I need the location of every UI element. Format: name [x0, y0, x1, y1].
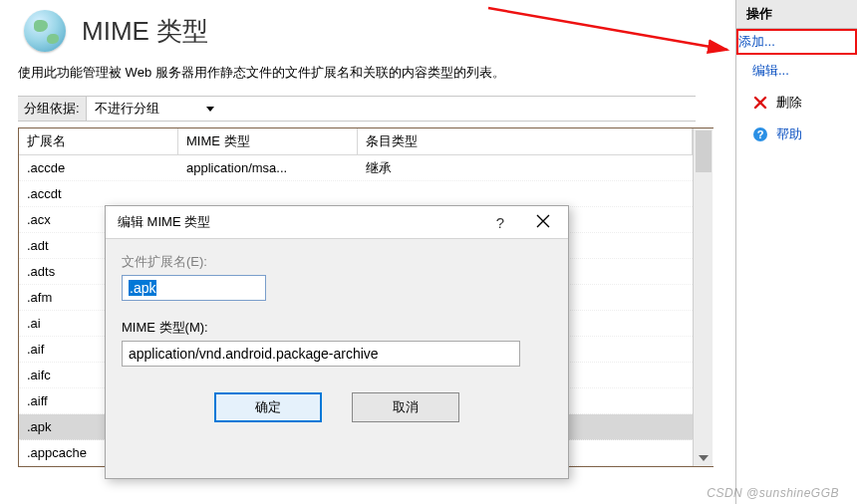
ok-button[interactable]: 确定 — [214, 392, 322, 422]
mime-input-value: application/vnd.android.package-archive — [129, 346, 379, 362]
actions-header: 操作 — [736, 0, 857, 29]
grouping-bar: 分组依据: 不进行分组 — [18, 96, 696, 122]
cell-entry — [358, 192, 693, 196]
action-delete[interactable]: 删除 — [736, 87, 857, 119]
ext-input-value: .apk — [129, 280, 156, 296]
cell-extension: .accde — [19, 158, 178, 177]
dialog-titlebar[interactable]: 编辑 MIME 类型 ? — [106, 206, 568, 239]
action-add[interactable]: 添加... — [736, 29, 857, 55]
table-row[interactable]: .accdt — [19, 181, 693, 207]
grouping-label: 分组依据: — [18, 97, 87, 121]
dialog-title: 编辑 MIME 类型 — [118, 213, 210, 231]
action-edit[interactable]: 编辑... — [736, 55, 857, 87]
dialog-help-button[interactable]: ? — [488, 214, 512, 231]
delete-icon — [752, 95, 768, 111]
cell-mime: application/msa... — [178, 158, 358, 177]
ext-input[interactable]: .apk — [122, 275, 266, 301]
grouping-dropdown[interactable]: 不进行分组 — [91, 97, 220, 121]
action-add-label: 添加... — [738, 33, 775, 51]
th-mime[interactable]: MIME 类型 — [178, 128, 358, 154]
table-header: 扩展名 MIME 类型 条目类型 — [19, 128, 693, 155]
action-delete-label: 删除 — [776, 94, 802, 112]
table-row[interactable]: .accdeapplication/msa...继承 — [19, 155, 693, 181]
close-icon — [536, 214, 550, 228]
action-edit-label: 编辑... — [752, 62, 789, 80]
help-icon: ? — [752, 126, 768, 142]
action-help[interactable]: ? 帮助 — [736, 119, 857, 150]
page-description: 使用此功能管理被 Web 服务器用作静态文件的文件扩展名和关联的内容类型的列表。 — [18, 64, 714, 82]
th-extension[interactable]: 扩展名 — [19, 128, 178, 154]
mime-input[interactable]: application/vnd.android.package-archive — [122, 341, 520, 367]
dialog-close-button[interactable] — [526, 214, 560, 231]
watermark: CSDN @sunshineGGB — [707, 486, 839, 500]
page-title: MIME 类型 — [82, 14, 208, 49]
globe-icon — [24, 10, 66, 52]
scroll-thumb[interactable] — [696, 130, 712, 172]
action-help-label: 帮助 — [776, 126, 802, 143]
ext-field-label: 文件扩展名(E): — [122, 253, 552, 271]
grouping-selected: 不进行分组 — [95, 100, 159, 118]
cancel-button[interactable]: 取消 — [352, 392, 459, 422]
th-entry[interactable]: 条目类型 — [358, 128, 693, 154]
vertical-scrollbar[interactable] — [693, 128, 713, 466]
scroll-down-icon[interactable] — [699, 455, 709, 461]
actions-pane: 操作 添加... 编辑... 删除 ? 帮助 — [735, 0, 857, 504]
edit-mime-dialog: 编辑 MIME 类型 ? 文件扩展名(E): .apk MIME 类型(M): … — [105, 205, 569, 479]
cell-extension: .accdt — [19, 184, 178, 203]
cell-mime — [178, 192, 358, 196]
cell-entry: 继承 — [358, 157, 693, 179]
mime-field-label: MIME 类型(M): — [122, 319, 552, 337]
chevron-down-icon — [206, 107, 214, 112]
page-header: MIME 类型 — [24, 10, 714, 52]
